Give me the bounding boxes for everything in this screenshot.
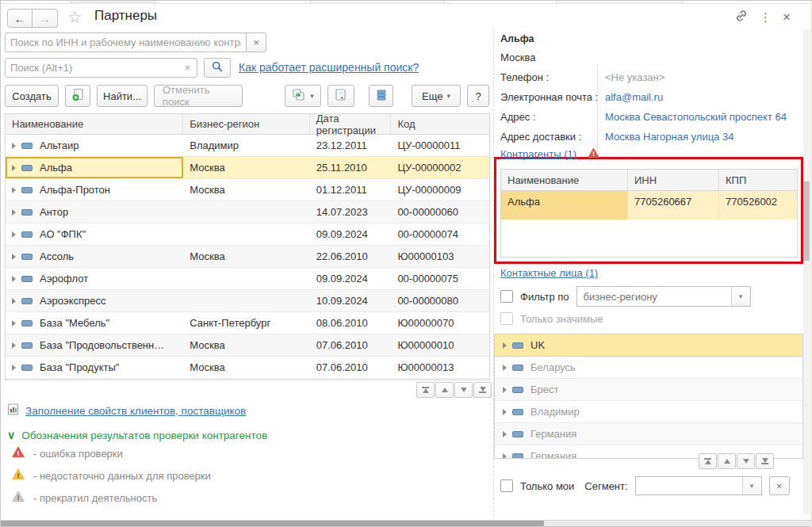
scroll-to-bottom-button[interactable]	[473, 382, 492, 398]
counterparties-row: Контрагенты (1) !	[500, 147, 599, 161]
create-group-button[interactable]	[65, 85, 90, 107]
delivery-address-link[interactable]: Москва Нагорная улица 34	[605, 131, 733, 143]
filter-by-dropdown[interactable]: бизнес-региону ▾	[576, 286, 751, 307]
caret-down-icon[interactable]: ▾	[731, 287, 750, 306]
close-icon[interactable]: ×	[783, 10, 791, 25]
ceased-activity-icon: !	[12, 491, 25, 505]
cancel-search-button[interactable]: Отменить поиск	[154, 85, 243, 107]
table-row[interactable]: База "Мебель" Санкт-Петербург 08.06.2010…	[6, 312, 489, 334]
table-row[interactable]: Аэроэкспресс 10.09.2024 00-00000080	[6, 290, 489, 312]
email-link[interactable]: alfa@mail.ru	[605, 91, 663, 103]
column-header-inn[interactable]: ИНН	[628, 170, 719, 190]
table-row[interactable]: Антор 14.07.2023 00-00000060	[6, 201, 489, 223]
column-header-code[interactable]: Код	[391, 114, 489, 134]
link-chain-icon[interactable]	[734, 9, 749, 25]
inn-search-clear-button[interactable]: ×	[246, 32, 266, 52]
scroll-to-bottom-button[interactable]	[756, 453, 774, 469]
filter-by-checkbox[interactable]	[500, 290, 513, 303]
contacts-link[interactable]: Контактные лица (1)	[500, 267, 598, 279]
expand-arrow-icon[interactable]	[503, 453, 507, 460]
scroll-up-button[interactable]	[718, 453, 736, 469]
inn-search-field[interactable]	[5, 32, 247, 52]
column-header-name[interactable]: Наименование	[6, 114, 183, 134]
expand-arrow-icon[interactable]	[503, 387, 507, 393]
counterparty-row-selected[interactable]: Альфа 7705260667 770526002	[501, 191, 797, 220]
copy-with-menu-button[interactable]: ▾	[285, 85, 321, 107]
expand-arrow-icon[interactable]	[12, 209, 16, 216]
find-button[interactable]: Найти...	[97, 85, 147, 107]
region-row[interactable]: Владимир	[495, 401, 802, 423]
table-row[interactable]: База "Продовольственн… Москва 07.06.2010…	[6, 334, 489, 357]
quick-search-field[interactable]: ×	[5, 58, 197, 78]
expand-arrow-icon[interactable]	[12, 342, 16, 349]
quick-search-input[interactable]	[10, 62, 183, 74]
partner-date: 07.06.2010	[310, 334, 392, 356]
scroll-up-button[interactable]	[435, 382, 454, 398]
expand-arrow-icon[interactable]	[12, 231, 16, 238]
help-button[interactable]: ?	[467, 85, 489, 107]
partner-name: Альфа-Протон	[40, 184, 110, 196]
table-row[interactable]: АО "ФПК" 09.09.2024 00-00000074	[6, 223, 489, 246]
create-button[interactable]: Создать	[5, 85, 59, 107]
expand-arrow-icon[interactable]	[12, 143, 16, 149]
expand-arrow-icon[interactable]	[503, 365, 507, 371]
partners-table: Наименование Бизнес-регион Дата регистра…	[5, 113, 490, 380]
column-header-region[interactable]: Бизнес-регион	[183, 114, 309, 134]
region-row[interactable]: Беларусь	[495, 357, 802, 379]
table-row[interactable]: База "Продукты" Москва 07.06.2010 Ю00000…	[6, 357, 489, 379]
horizontal-scrollbar-thumb[interactable]	[1, 521, 544, 526]
favorite-star-icon[interactable]: ☆	[67, 8, 82, 27]
column-header-name[interactable]: Наименование	[501, 170, 628, 190]
expand-arrow-icon[interactable]	[12, 254, 16, 260]
only-mine-checkbox[interactable]	[500, 479, 513, 492]
inn-search-input[interactable]	[10, 36, 241, 48]
expand-arrow-icon[interactable]	[12, 320, 16, 327]
column-header-date[interactable]: Дата регистрации	[310, 114, 392, 134]
expand-arrow-icon[interactable]	[12, 276, 16, 282]
forward-button[interactable]: →	[33, 9, 58, 28]
table-row-selected[interactable]: Альфа Москва 25.11.2010 ЦУ-00000002	[6, 157, 489, 179]
table-row[interactable]: Альтаир Владимир 23.12.2011 ЦУ-00000011	[6, 135, 489, 157]
segment-field[interactable]: ▾	[635, 476, 762, 495]
table-row[interactable]: База "Электроника и бы… Москва 07.06.201…	[6, 379, 489, 380]
legend-header[interactable]: ∨ Обозначения результатов проверки контр…	[7, 429, 267, 441]
region-row[interactable]: Германия	[495, 423, 802, 445]
region-row[interactable]: Брест	[495, 379, 802, 401]
segment-clear-button[interactable]: ×	[769, 476, 790, 495]
expand-arrow-icon[interactable]	[503, 409, 507, 415]
fill-properties-link[interactable]: Заполнение свойств клиентов, поставщиков	[25, 405, 246, 417]
table-row[interactable]: Альфа-Протон Москва 01.12.2011 ЦУ-000000…	[6, 179, 489, 201]
table-row[interactable]: Аэрофлот 09.09.2024 00-00000075	[6, 268, 489, 290]
expand-arrow-icon[interactable]	[12, 187, 16, 193]
details-field-phone: Телефон : <Не указан>	[500, 67, 665, 87]
counterparties-link[interactable]: Контрагенты (1)	[500, 148, 576, 160]
search-button[interactable]	[204, 58, 231, 78]
list-view-button[interactable]	[369, 85, 393, 107]
expand-arrow-icon[interactable]	[503, 342, 507, 349]
expand-arrow-icon[interactable]	[12, 365, 16, 371]
caret-down-icon[interactable]: ▾	[742, 477, 761, 495]
scroll-down-button[interactable]	[737, 453, 755, 469]
horizontal-scrollbar[interactable]	[1, 520, 812, 526]
scroll-to-top-button[interactable]	[699, 453, 717, 469]
vertical-scrollbar-thumb[interactable]	[803, 181, 810, 261]
advanced-search-help-link[interactable]: Как работает расширенный поиск?	[239, 61, 419, 74]
expand-arrow-icon[interactable]	[12, 298, 16, 304]
region-row-selected[interactable]: UK	[495, 334, 802, 357]
top-tab-strip	[1, 1, 812, 4]
expand-arrow-icon[interactable]	[12, 165, 16, 171]
more-button[interactable]: Еще ▾	[412, 85, 461, 107]
scroll-down-button[interactable]	[454, 382, 473, 398]
back-button[interactable]: ←	[7, 9, 33, 28]
only-significant-checkbox[interactable]	[500, 312, 513, 325]
vertical-scrollbar[interactable]	[803, 29, 810, 514]
kebab-menu-icon[interactable]: ⋮	[760, 10, 772, 25]
address-link[interactable]: Москва Севастопольский проспект 64	[605, 111, 787, 123]
load-data-button[interactable]	[327, 85, 354, 107]
scroll-to-top-button[interactable]	[416, 382, 435, 398]
clear-icon[interactable]: ×	[183, 63, 192, 74]
help-button-label: ?	[475, 90, 481, 102]
expand-arrow-icon[interactable]	[503, 431, 507, 437]
table-row[interactable]: Ассоль Москва 22.06.2010 Ю00000103	[6, 246, 489, 268]
column-header-kpp[interactable]: КПП	[719, 170, 797, 190]
